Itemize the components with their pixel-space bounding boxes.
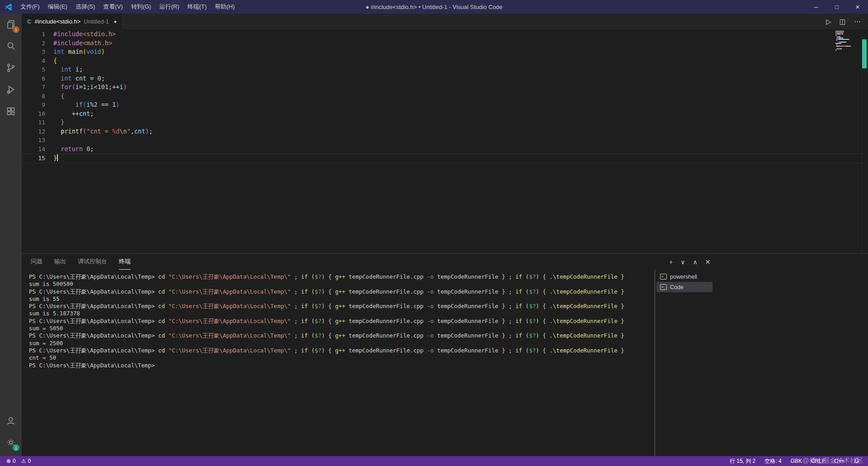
code-line-1[interactable]: 1#include<stdio.h> xyxy=(22,30,862,39)
line-number[interactable]: 5 xyxy=(22,65,45,74)
code-line-8[interactable]: 8 { xyxy=(22,92,862,101)
line-number[interactable]: 7 xyxy=(22,83,45,92)
code-line-12[interactable]: 12 printf("cnt = %d\n",cnt); xyxy=(22,127,862,136)
menu-item-7[interactable]: 帮助(H) xyxy=(211,0,239,14)
menu-item-5[interactable]: 运行(R) xyxy=(155,0,183,14)
line-number[interactable]: 6 xyxy=(22,74,45,83)
settings-gear-icon[interactable]: 1 xyxy=(0,432,22,453)
line-number[interactable]: 11 xyxy=(22,118,45,127)
code-line-7[interactable]: 7 for(i=1;i<101;++i) xyxy=(22,83,862,92)
panel-tab-bar: 问题输出调试控制台终端 xyxy=(22,254,868,270)
terminal-output[interactable]: PS C:\Users\王孖豪\AppData\Local\Temp> cd "… xyxy=(22,273,655,369)
minimap-line xyxy=(835,31,859,32)
activity-bar: 1 xyxy=(0,14,22,456)
maximize-button[interactable]: □ xyxy=(826,0,847,14)
terminal-sash[interactable] xyxy=(655,270,655,456)
code-line-content: int cnt = 0; xyxy=(45,74,862,83)
status-bar: ⊗0⚠0 行 15, 列 2空格: 4GBKCRLFC++ xyxy=(0,456,868,466)
menu-item-1[interactable]: 编辑(E) xyxy=(44,0,71,14)
line-number[interactable]: 4 xyxy=(22,57,45,66)
code-line-15[interactable]: 15} xyxy=(22,153,862,163)
more-actions-button[interactable]: ⋯ xyxy=(854,18,861,26)
menu-item-0[interactable]: 文件(F) xyxy=(16,0,44,14)
tab-untitled-1[interactable]: C #include<stdio.h> Untitled-1 ● xyxy=(22,14,122,29)
errors-count: 0 xyxy=(13,458,16,464)
explorer-icon[interactable]: 1 xyxy=(0,14,22,35)
code-line-content: for(i=1;i<101;++i) xyxy=(45,83,862,92)
extensions-icon[interactable] xyxy=(0,100,22,122)
account-icon[interactable] xyxy=(0,410,22,432)
code-line-3[interactable]: 3int main(void) xyxy=(22,48,862,57)
errors-status[interactable]: ⊗0 xyxy=(5,458,18,464)
code-line-13[interactable]: 13 xyxy=(22,136,862,145)
close-button[interactable]: ✕ xyxy=(847,0,868,14)
launch-profile-dropdown-button[interactable]: ∨ xyxy=(680,258,685,266)
line-number[interactable]: 13 xyxy=(22,136,45,145)
terminal-list-item-Code[interactable]: >_Code xyxy=(656,282,712,292)
explorer-badge: 1 xyxy=(13,26,19,33)
title-bar: 文件(F)编辑(E)选择(S)查看(V)转到(G)运行(R)终端(T)帮助(H)… xyxy=(0,0,868,14)
language-mode[interactable]: C++ xyxy=(834,458,844,464)
errors-icon: ⊗ xyxy=(6,458,11,464)
panel-tab-0[interactable]: 问题 xyxy=(31,254,42,270)
minimap-line xyxy=(835,50,859,51)
run-file-button[interactable]: ▷ xyxy=(826,18,831,26)
terminal-line: sum is 500500 xyxy=(29,281,655,288)
code-line-11[interactable]: 11 } xyxy=(22,118,862,127)
terminal-line: PS C:\Users\王孖豪\AppData\Local\Temp> cd "… xyxy=(29,288,655,295)
code-line-2[interactable]: 2#include<math.h> xyxy=(22,39,862,48)
panel-tab-1[interactable]: 输出 xyxy=(54,254,66,270)
encoding[interactable]: GBK xyxy=(791,458,802,464)
line-number[interactable]: 8 xyxy=(22,92,45,101)
line-number[interactable]: 15 xyxy=(22,154,45,163)
eol[interactable]: CRLF xyxy=(811,458,825,464)
menu-item-2[interactable]: 选择(S) xyxy=(71,0,99,14)
minimize-button[interactable]: ─ xyxy=(806,0,826,14)
maximize-panel-button[interactable]: ∧ xyxy=(693,258,697,266)
menu-item-3[interactable]: 查看(V) xyxy=(99,0,127,14)
minimap[interactable] xyxy=(835,31,859,51)
minimap-line xyxy=(835,39,859,40)
indentation[interactable]: 空格: 4 xyxy=(764,457,781,465)
line-number[interactable]: 3 xyxy=(22,48,45,57)
code-line-9[interactable]: 9 if(i%2 == 1) xyxy=(22,100,862,109)
search-icon[interactable] xyxy=(0,35,22,57)
warnings-count: 0 xyxy=(28,458,31,464)
panel-tab-3[interactable]: 终端 xyxy=(119,254,131,270)
menu-item-6[interactable]: 终端(T) xyxy=(183,0,211,14)
code-line-content: ++cnt; xyxy=(45,109,862,119)
source-control-icon[interactable] xyxy=(0,57,22,79)
minimap-line xyxy=(835,47,859,48)
run-debug-icon[interactable] xyxy=(0,79,22,100)
line-number[interactable]: 1 xyxy=(22,30,45,39)
minimap-line xyxy=(835,43,859,44)
terminal-line: PS C:\Users\王孖豪\AppData\Local\Temp> cd "… xyxy=(29,273,655,281)
line-number[interactable]: 10 xyxy=(22,109,45,119)
code-editor[interactable]: 1#include<stdio.h>2#include<math.h>3int … xyxy=(22,29,868,253)
notifications-bell-icon[interactable] xyxy=(854,457,860,465)
code-line-4[interactable]: 4{ xyxy=(22,57,862,66)
close-panel-button[interactable]: ✕ xyxy=(705,258,711,266)
terminal-view[interactable]: PS C:\Users\王孖豪\AppData\Local\Temp> cd "… xyxy=(22,270,868,456)
code-line-14[interactable]: 14 return 0; xyxy=(22,145,862,154)
terminal-tabs-list: >_powershell>_Code xyxy=(656,271,712,292)
line-number[interactable]: 14 xyxy=(22,145,45,154)
line-number[interactable]: 12 xyxy=(22,127,45,136)
line-number[interactable]: 9 xyxy=(22,100,45,109)
minimap-line xyxy=(835,33,859,34)
menu-item-4[interactable]: 转到(G) xyxy=(127,0,156,14)
split-editor-button[interactable]: ◫ xyxy=(840,18,846,26)
terminal-line: sum = 2500 xyxy=(29,340,655,347)
warnings-status[interactable]: ⚠0 xyxy=(19,458,33,464)
code-line-10[interactable]: 10 ++cnt; xyxy=(22,109,862,119)
new-terminal-button[interactable]: + xyxy=(669,258,673,266)
terminal-list-item-powershell[interactable]: >_powershell xyxy=(656,271,712,282)
code-line-6[interactable]: 6 int cnt = 0; xyxy=(22,74,862,83)
panel-tab-2[interactable]: 调试控制台 xyxy=(78,254,107,270)
minimap-line xyxy=(835,42,859,43)
line-number[interactable]: 2 xyxy=(22,39,45,48)
minimap-line xyxy=(835,46,859,47)
code-line-5[interactable]: 5 int i; xyxy=(22,65,862,74)
code-line-content: #include<stdio.h> xyxy=(45,30,862,39)
cursor-position[interactable]: 行 15, 列 2 xyxy=(730,457,755,465)
